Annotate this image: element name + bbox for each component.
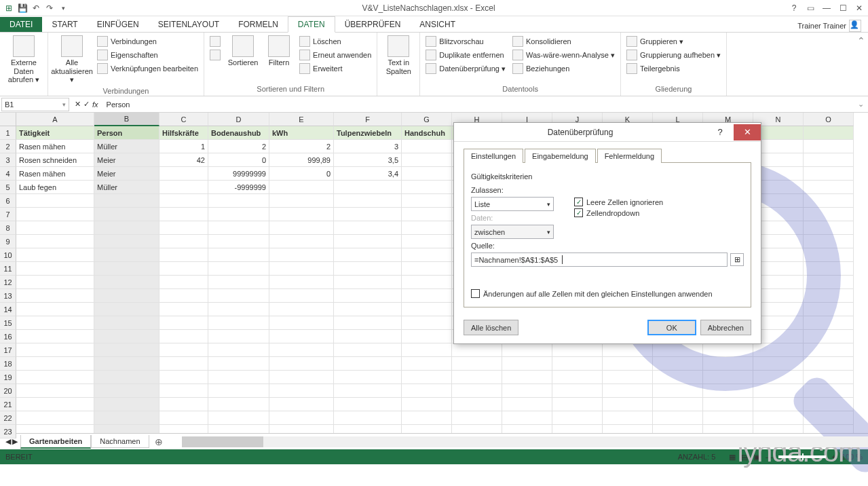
cell[interactable] (804, 208, 854, 221)
cell[interactable] (94, 276, 159, 289)
row-header[interactable]: 3 (0, 153, 16, 167)
cell[interactable] (552, 357, 603, 371)
tab-view[interactable]: ANSICHT (410, 17, 465, 32)
cell[interactable] (703, 343, 753, 357)
cell[interactable] (94, 208, 159, 221)
cell[interactable] (269, 330, 334, 343)
cell[interactable] (402, 411, 452, 425)
cell[interactable]: -9999999 (208, 181, 269, 194)
cell[interactable] (804, 221, 854, 235)
zoom-out-icon[interactable]: — (766, 453, 773, 461)
cell[interactable] (16, 384, 94, 398)
cell[interactable]: Rasen mähen (16, 167, 94, 181)
cell[interactable] (94, 316, 159, 330)
zoom-level[interactable]: 100 % (842, 453, 863, 461)
cell[interactable] (159, 208, 208, 221)
relationships-button[interactable]: Beziehungen (511, 62, 616, 75)
cell[interactable] (16, 343, 94, 357)
cell[interactable] (94, 221, 159, 235)
cell[interactable] (94, 384, 159, 398)
cell[interactable] (16, 289, 94, 303)
cell[interactable] (804, 235, 854, 248)
cell[interactable] (804, 181, 854, 194)
cell[interactable] (16, 235, 94, 248)
row-header[interactable]: 9 (0, 235, 16, 248)
tab-formulas[interactable]: FORMELN (229, 17, 288, 32)
cell[interactable] (402, 330, 452, 343)
enter-formula-icon[interactable]: ✓ (83, 100, 90, 109)
cell[interactable] (703, 371, 753, 384)
row-header[interactable]: 2 (0, 140, 16, 153)
cell[interactable] (208, 221, 269, 235)
column-header[interactable]: O (804, 113, 854, 126)
cell[interactable] (552, 425, 603, 433)
cell[interactable] (402, 343, 452, 357)
tab-pagelayout[interactable]: SEITENLAYOUT (149, 17, 229, 32)
cell[interactable] (753, 425, 804, 433)
tab-file[interactable]: DATEI (0, 17, 42, 32)
cell[interactable] (208, 425, 269, 433)
cell[interactable] (159, 221, 208, 235)
properties-button[interactable]: Eigenschaften (96, 49, 200, 61)
cell[interactable] (159, 194, 208, 208)
cell[interactable] (502, 357, 552, 371)
cell[interactable] (159, 181, 208, 194)
cell[interactable] (159, 398, 208, 411)
cell[interactable] (804, 248, 854, 262)
dialog-tab-settings[interactable]: Einstellungen (464, 149, 523, 163)
redo-icon[interactable]: ↷ (43, 2, 56, 14)
column-header[interactable]: A (16, 113, 94, 126)
cell[interactable] (653, 371, 703, 384)
cell[interactable] (208, 398, 269, 411)
sort-button[interactable]: Sortieren (226, 34, 260, 69)
source-input[interactable]: =Nachnamen!$A$1:$A$5 (471, 253, 728, 267)
sort-desc-button[interactable] (208, 49, 222, 61)
cell[interactable] (159, 276, 208, 289)
cell[interactable] (653, 343, 703, 357)
cell[interactable] (208, 248, 269, 262)
cell[interactable] (208, 411, 269, 425)
cell[interactable] (94, 289, 159, 303)
cell[interactable] (334, 343, 402, 357)
cell[interactable] (804, 343, 854, 357)
cell[interactable] (334, 330, 402, 343)
cell[interactable] (334, 181, 402, 194)
cell[interactable] (208, 384, 269, 398)
cell[interactable] (16, 357, 94, 371)
collapse-ribbon-icon[interactable]: ⌃ (857, 35, 865, 46)
cell[interactable] (334, 316, 402, 330)
cell[interactable] (269, 316, 334, 330)
cell[interactable] (452, 425, 502, 433)
row-header[interactable]: 21 (0, 398, 16, 411)
cell[interactable]: Hilfskräfte (159, 126, 208, 140)
cell[interactable] (94, 357, 159, 371)
cell[interactable] (269, 194, 334, 208)
cell[interactable] (452, 411, 502, 425)
reapply-button[interactable]: Erneut anwenden (298, 49, 373, 61)
cell[interactable] (334, 425, 402, 433)
cell[interactable] (753, 371, 804, 384)
close-icon[interactable]: ✕ (853, 2, 865, 14)
cell[interactable] (208, 235, 269, 248)
cell[interactable] (552, 398, 603, 411)
row-header[interactable]: 14 (0, 303, 16, 316)
row-header[interactable]: 17 (0, 343, 16, 357)
text-to-columns-button[interactable]: Text inSpalten (381, 34, 415, 77)
cell[interactable] (753, 343, 804, 357)
dialog-tab-error[interactable]: Fehlermeldung (597, 149, 662, 163)
cell[interactable] (452, 357, 502, 371)
cell[interactable] (269, 371, 334, 384)
column-header[interactable]: E (269, 113, 334, 126)
cell[interactable] (334, 398, 402, 411)
row-header[interactable]: 22 (0, 411, 16, 425)
cell[interactable] (804, 316, 854, 330)
cell[interactable] (159, 425, 208, 433)
cell[interactable] (334, 194, 402, 208)
sheet-tab-gartenarbeiten[interactable]: Gartenarbeiten (20, 435, 91, 449)
cell[interactable] (94, 194, 159, 208)
row-header[interactable]: 13 (0, 289, 16, 303)
cell[interactable] (334, 357, 402, 371)
cell[interactable] (334, 384, 402, 398)
cell[interactable] (269, 262, 334, 276)
cell[interactable] (552, 411, 603, 425)
